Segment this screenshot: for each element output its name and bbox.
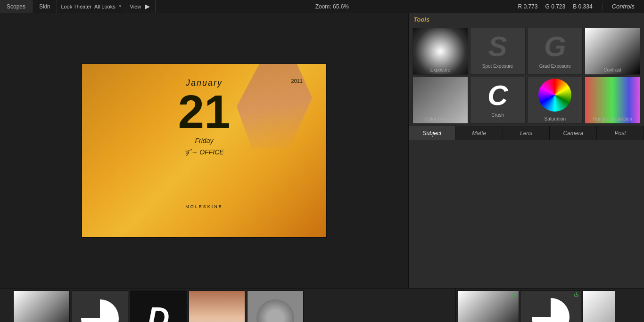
look-theater-group: Look Theater All Looks ▼ [57, 0, 126, 13]
preview-area: January 2011 21 Friday ず→ OFFICE MOLESKI… [0, 13, 408, 288]
zoom-label: Zoom: [315, 3, 331, 10]
look-theater-label: Look Theater [61, 4, 91, 9]
crush-letter: C [487, 81, 508, 110]
tool-contrast[interactable]: Contrast [585, 28, 640, 75]
calendar-brand: MOLESKINE [185, 204, 223, 209]
tab-lens[interactable]: Lens [503, 126, 550, 140]
look-item-sm-autosh[interactable]: Auto Sh [582, 290, 615, 322]
tools-side-label-right: Tools [616, 290, 627, 322]
tool-ranged-saturation[interactable]: Ranged Saturation [585, 77, 640, 124]
tool-saturation-label: Saturation [545, 115, 566, 121]
tab-camera[interactable]: Camera [550, 126, 597, 140]
main-area: January 2011 21 Friday ず→ OFFICE MOLESKI… [0, 13, 644, 288]
tool-crush[interactable]: C Crush [470, 77, 526, 124]
wc-circle [256, 299, 294, 322]
look-item-lgg[interactable]: ⏻ Lift-Gamma-Gain [72, 290, 128, 322]
preview-image: January 2011 21 Friday ず→ OFFICE MOLESKI… [82, 64, 327, 238]
power-icon-sm-contrast[interactable]: ⏻ [512, 292, 516, 298]
looks-bar: Looks ⏻ Contrast ⏻ Lift-Gamma-Gain ⏻ [0, 288, 644, 322]
dropdown-arrow-icon: ▼ [118, 4, 122, 8]
tool-exposure[interactable]: Exposure [413, 28, 468, 75]
tool-crush-label: Crush [491, 112, 504, 118]
power-icon-sm-lgg[interactable]: ⏻ [574, 292, 578, 298]
tool-color-contrast[interactable]: Color Contrast [413, 77, 468, 124]
zoom-value: 65.6% [333, 3, 349, 10]
play-button[interactable]: ▶ [144, 3, 151, 10]
scopes-button[interactable]: Scopes [0, 0, 33, 13]
top-bar: Scopes Skin Look Theater All Looks ▼ Vie… [0, 0, 644, 13]
look-thumb-sm-autosh [583, 291, 615, 322]
tools-header: Tools [409, 13, 644, 26]
look-item-diffusion[interactable]: ⏻ D Diffusion [130, 290, 187, 322]
saturation-wheel [538, 79, 571, 112]
r-value: R 0.773 [518, 3, 537, 10]
tool-spot-exposure[interactable]: S Spot Exposure [470, 28, 526, 75]
tools-panel: Tools Exposure S Spot Exposure G Grad Ex… [408, 13, 644, 288]
tab-post[interactable]: Post [597, 126, 644, 140]
calendar-day: 21 [178, 88, 230, 135]
skin-button[interactable]: Skin [33, 0, 57, 13]
view-label: View [130, 4, 141, 9]
look-item-gradient[interactable]: ⏻ Gradient [189, 290, 245, 322]
look-thumb-contrast [14, 291, 69, 322]
grad-exposure-letter: G [544, 32, 566, 61]
tab-subject[interactable]: Subject [409, 126, 456, 140]
tool-exposure-label: Exposure [430, 66, 450, 72]
spot-exposure-letter: S [488, 32, 507, 61]
g-value: G 0.723 [545, 3, 565, 10]
tool-tabs: Subject Matte Lens Camera Post [409, 126, 644, 140]
calendar-note: ず→ OFFICE [184, 148, 223, 157]
calendar-weekday: Friday [195, 137, 214, 145]
look-item-sm-lgg[interactable]: ⏻ Lift-Gamma-Gain [520, 290, 581, 322]
look-item-contrast[interactable]: ⏻ Contrast [13, 290, 70, 322]
look-thumb-sm-lgg [520, 291, 581, 322]
tool-color-contrast-label: Color Contrast [425, 115, 455, 121]
lgg-circle [81, 299, 119, 322]
look-thumb-gradient [189, 291, 245, 322]
look-thumb-sm-contrast [458, 291, 519, 322]
look-item-sm-contrast[interactable]: ⏻ Contrast [458, 290, 519, 322]
tool-contrast-label: Contrast [603, 66, 621, 72]
tool-grad-exposure[interactable]: G Grad Exposure [528, 28, 583, 75]
look-item-warmcool[interactable]: ⏻ Warm/Cool [247, 290, 304, 322]
calendar-year: 2011 [291, 78, 303, 84]
look-thumb-diffusion: D [131, 291, 186, 322]
rgb-display: R 0.773 G 0.723 B 0.334 [508, 3, 602, 10]
view-group: View ▶ [126, 0, 156, 13]
tool-ranged-saturation-label: Ranged Saturation [593, 115, 632, 121]
tool-spot-exposure-label: Spot Exposure [482, 63, 513, 69]
looks-right-tools: ⏻ Contrast ⏻ Lift-Gamma-Gain Auto Sh Too… [455, 289, 644, 322]
tool-grad-exposure-label: Grad Exposure [539, 63, 571, 69]
looks-side-label: Looks [0, 289, 11, 322]
looks-scroll: ⏻ Contrast ⏻ Lift-Gamma-Gain ⏻ D [11, 289, 455, 322]
look-thumb-lgg [72, 291, 128, 322]
tab-matte[interactable]: Matte [456, 126, 503, 140]
look-thumb-warmcool [248, 291, 303, 322]
diffusion-letter: D [148, 300, 170, 322]
calendar-content: January 2011 21 Friday ず→ OFFICE MOLESKI… [82, 64, 326, 237]
tool-saturation[interactable]: Saturation [528, 77, 583, 124]
all-looks-dropdown[interactable]: All Looks [94, 4, 116, 9]
b-value: B 0.334 [573, 3, 592, 10]
zoom-display: Zoom: 65.6% [156, 3, 508, 10]
tools-grid: Exposure S Spot Exposure G Grad Exposure… [409, 26, 644, 126]
controls-label: Controls [602, 3, 644, 10]
